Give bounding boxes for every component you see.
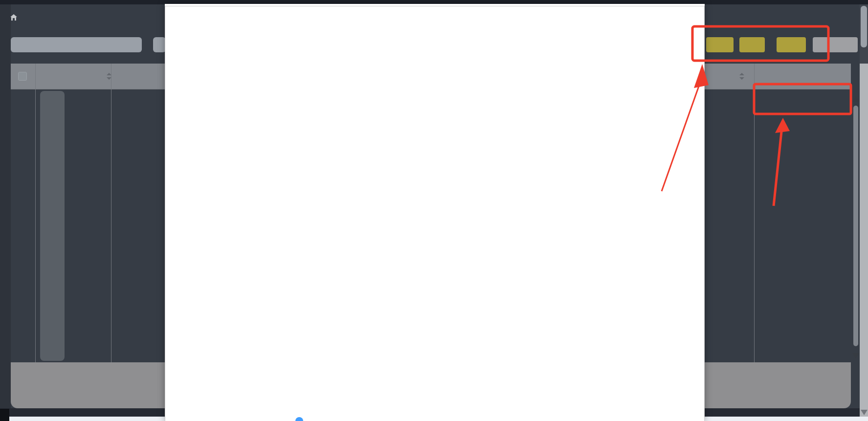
employee-management-page <box>0 0 868 421</box>
page-scrollbar-thumb[interactable] <box>861 6 867 47</box>
sort-icon[interactable] <box>739 73 744 75</box>
breadcrumb <box>10 12 24 23</box>
annotation-arrow-head <box>775 118 790 133</box>
search-button-fragment[interactable] <box>153 37 166 52</box>
scroll-down-icon[interactable] <box>852 353 859 358</box>
scroll-down-icon[interactable] <box>861 410 868 415</box>
annotation-arrow-shaft <box>774 127 782 206</box>
add-button[interactable] <box>706 37 734 52</box>
column-header-name[interactable] <box>65 64 104 89</box>
table-scrollbar-thumb[interactable] <box>853 106 858 346</box>
home-icon <box>10 14 18 22</box>
import-button[interactable] <box>739 37 765 52</box>
corner-block <box>0 409 9 421</box>
employee-form-modal <box>165 4 705 421</box>
column-header-actions <box>783 64 823 89</box>
batch-delete-button[interactable] <box>813 37 858 52</box>
left-rail <box>0 4 11 417</box>
search-input[interactable] <box>11 37 142 52</box>
column-header-gender[interactable] <box>131 64 165 89</box>
name-redaction-blur <box>40 91 65 361</box>
sort-icon[interactable] <box>739 77 744 80</box>
scroll-up-icon[interactable] <box>852 96 859 102</box>
page-scrollbar-track[interactable] <box>860 64 868 417</box>
export-button[interactable] <box>777 37 806 52</box>
select-all-checkbox[interactable] <box>18 72 27 81</box>
